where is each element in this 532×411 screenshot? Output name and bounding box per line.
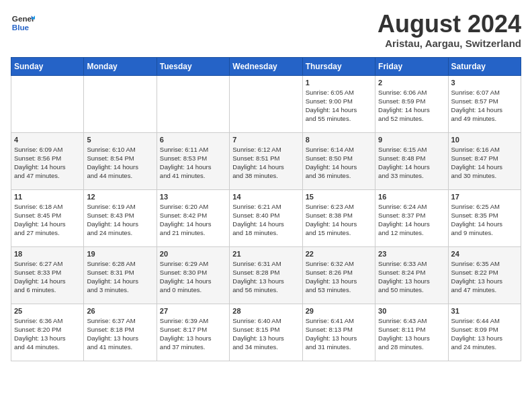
calendar-cell: 28Sunrise: 6:40 AM Sunset: 8:15 PM Dayli… [230, 304, 302, 361]
weekday-header: Sunday [11, 57, 84, 75]
calendar-cell: 9Sunrise: 6:15 AM Sunset: 8:48 PM Daylig… [375, 132, 448, 189]
day-info: Sunrise: 6:27 AM Sunset: 8:33 PM Dayligh… [14, 259, 81, 295]
weekday-header: Tuesday [157, 57, 229, 75]
month-title: August 2024 [378, 11, 521, 38]
day-info: Sunrise: 6:19 AM Sunset: 8:43 PM Dayligh… [87, 202, 153, 238]
day-info: Sunrise: 6:31 AM Sunset: 8:28 PM Dayligh… [232, 259, 299, 295]
calendar-cell: 17Sunrise: 6:25 AM Sunset: 8:35 PM Dayli… [448, 189, 521, 246]
day-info: Sunrise: 6:32 AM Sunset: 8:26 PM Dayligh… [306, 259, 372, 295]
calendar-cell: 31Sunrise: 6:44 AM Sunset: 8:09 PM Dayli… [448, 304, 521, 361]
calendar-cell: 29Sunrise: 6:41 AM Sunset: 8:13 PM Dayli… [302, 304, 375, 361]
calendar-cell [157, 75, 229, 132]
day-info: Sunrise: 6:14 AM Sunset: 8:50 PM Dayligh… [306, 145, 372, 181]
location: Aristau, Aargau, Switzerland [378, 38, 521, 49]
calendar-cell: 8Sunrise: 6:14 AM Sunset: 8:50 PM Daylig… [302, 132, 375, 189]
calendar-cell: 26Sunrise: 6:37 AM Sunset: 8:18 PM Dayli… [84, 304, 157, 361]
page-header: General Blue August 2024 Aristau, Aargau… [11, 11, 521, 49]
day-number: 13 [160, 193, 226, 201]
calendar-cell: 15Sunrise: 6:23 AM Sunset: 8:38 PM Dayli… [302, 189, 375, 246]
day-number: 8 [306, 136, 372, 144]
day-number: 10 [451, 136, 518, 144]
calendar-cell [230, 75, 302, 132]
calendar-cell: 23Sunrise: 6:33 AM Sunset: 8:24 PM Dayli… [375, 246, 448, 304]
calendar-cell: 30Sunrise: 6:43 AM Sunset: 8:11 PM Dayli… [375, 304, 448, 361]
title-block: August 2024 Aristau, Aargau, Switzerland [378, 11, 521, 49]
day-info: Sunrise: 6:33 AM Sunset: 8:24 PM Dayligh… [378, 259, 445, 295]
day-info: Sunrise: 6:39 AM Sunset: 8:17 PM Dayligh… [160, 316, 226, 352]
calendar-cell: 12Sunrise: 6:19 AM Sunset: 8:43 PM Dayli… [84, 189, 157, 246]
calendar-week-row: 25Sunrise: 6:36 AM Sunset: 8:20 PM Dayli… [11, 304, 521, 361]
day-info: Sunrise: 6:41 AM Sunset: 8:13 PM Dayligh… [306, 316, 372, 352]
day-number: 30 [378, 307, 445, 315]
day-number: 17 [451, 193, 518, 201]
calendar-cell: 19Sunrise: 6:28 AM Sunset: 8:31 PM Dayli… [84, 246, 157, 304]
day-number: 25 [14, 307, 81, 315]
calendar-cell: 24Sunrise: 6:35 AM Sunset: 8:22 PM Dayli… [448, 246, 521, 304]
day-info: Sunrise: 6:16 AM Sunset: 8:47 PM Dayligh… [451, 145, 518, 181]
day-number: 23 [378, 250, 445, 258]
day-number: 28 [232, 307, 299, 315]
day-info: Sunrise: 6:09 AM Sunset: 8:56 PM Dayligh… [14, 145, 81, 181]
day-info: Sunrise: 6:12 AM Sunset: 8:51 PM Dayligh… [232, 145, 299, 181]
calendar-cell [84, 75, 157, 132]
weekday-header: Friday [375, 57, 448, 75]
day-info: Sunrise: 6:05 AM Sunset: 9:00 PM Dayligh… [306, 88, 372, 124]
calendar-cell: 6Sunrise: 6:11 AM Sunset: 8:53 PM Daylig… [157, 132, 229, 189]
calendar-cell: 7Sunrise: 6:12 AM Sunset: 8:51 PM Daylig… [230, 132, 302, 189]
calendar-cell: 21Sunrise: 6:31 AM Sunset: 8:28 PM Dayli… [230, 246, 302, 304]
day-info: Sunrise: 6:40 AM Sunset: 8:15 PM Dayligh… [232, 316, 299, 352]
day-number: 19 [87, 250, 153, 258]
day-info: Sunrise: 6:10 AM Sunset: 8:54 PM Dayligh… [87, 145, 153, 181]
calendar-cell: 11Sunrise: 6:18 AM Sunset: 8:45 PM Dayli… [11, 189, 84, 246]
day-number: 11 [14, 193, 81, 201]
calendar-cell: 18Sunrise: 6:27 AM Sunset: 8:33 PM Dayli… [11, 246, 84, 304]
day-number: 5 [87, 136, 153, 144]
calendar-cell: 2Sunrise: 6:06 AM Sunset: 8:59 PM Daylig… [375, 75, 448, 132]
day-info: Sunrise: 6:20 AM Sunset: 8:42 PM Dayligh… [160, 202, 226, 238]
day-info: Sunrise: 6:06 AM Sunset: 8:59 PM Dayligh… [378, 88, 445, 124]
day-number: 31 [451, 307, 518, 315]
svg-text:Blue: Blue [12, 23, 30, 32]
day-number: 29 [306, 307, 372, 315]
logo: General Blue [11, 11, 35, 35]
day-info: Sunrise: 6:44 AM Sunset: 8:09 PM Dayligh… [451, 316, 518, 352]
day-info: Sunrise: 6:21 AM Sunset: 8:40 PM Dayligh… [232, 202, 299, 238]
day-number: 4 [14, 136, 81, 144]
calendar-cell: 3Sunrise: 6:07 AM Sunset: 8:57 PM Daylig… [448, 75, 521, 132]
day-info: Sunrise: 6:15 AM Sunset: 8:48 PM Dayligh… [378, 145, 445, 181]
day-number: 20 [160, 250, 226, 258]
day-number: 24 [451, 250, 518, 258]
day-number: 21 [232, 250, 299, 258]
day-number: 2 [378, 79, 445, 87]
day-number: 7 [232, 136, 299, 144]
day-info: Sunrise: 6:36 AM Sunset: 8:20 PM Dayligh… [14, 316, 81, 352]
day-number: 14 [232, 193, 299, 201]
day-number: 22 [306, 250, 372, 258]
calendar-cell: 1Sunrise: 6:05 AM Sunset: 9:00 PM Daylig… [302, 75, 375, 132]
day-number: 16 [378, 193, 445, 201]
day-number: 27 [160, 307, 226, 315]
calendar-cell: 14Sunrise: 6:21 AM Sunset: 8:40 PM Dayli… [230, 189, 302, 246]
day-info: Sunrise: 6:07 AM Sunset: 8:57 PM Dayligh… [451, 88, 518, 124]
day-number: 18 [14, 250, 81, 258]
day-info: Sunrise: 6:11 AM Sunset: 8:53 PM Dayligh… [160, 145, 226, 181]
calendar-cell: 13Sunrise: 6:20 AM Sunset: 8:42 PM Dayli… [157, 189, 229, 246]
day-number: 15 [306, 193, 372, 201]
calendar-cell: 10Sunrise: 6:16 AM Sunset: 8:47 PM Dayli… [448, 132, 521, 189]
calendar-cell [11, 75, 84, 132]
day-number: 12 [87, 193, 153, 201]
weekday-header: Saturday [448, 57, 521, 75]
day-info: Sunrise: 6:23 AM Sunset: 8:38 PM Dayligh… [306, 202, 372, 238]
day-info: Sunrise: 6:24 AM Sunset: 8:37 PM Dayligh… [378, 202, 445, 238]
calendar-cell: 22Sunrise: 6:32 AM Sunset: 8:26 PM Dayli… [302, 246, 375, 304]
calendar-week-row: 18Sunrise: 6:27 AM Sunset: 8:33 PM Dayli… [11, 246, 521, 304]
calendar-cell: 20Sunrise: 6:29 AM Sunset: 8:30 PM Dayli… [157, 246, 229, 304]
day-number: 3 [451, 79, 518, 87]
logo-icon: General Blue [11, 11, 35, 35]
day-number: 6 [160, 136, 226, 144]
calendar-table: SundayMondayTuesdayWednesdayThursdayFrid… [11, 57, 521, 361]
day-info: Sunrise: 6:18 AM Sunset: 8:45 PM Dayligh… [14, 202, 81, 238]
day-info: Sunrise: 6:37 AM Sunset: 8:18 PM Dayligh… [87, 316, 153, 352]
day-info: Sunrise: 6:29 AM Sunset: 8:30 PM Dayligh… [160, 259, 226, 295]
calendar-week-row: 1Sunrise: 6:05 AM Sunset: 9:00 PM Daylig… [11, 75, 521, 132]
